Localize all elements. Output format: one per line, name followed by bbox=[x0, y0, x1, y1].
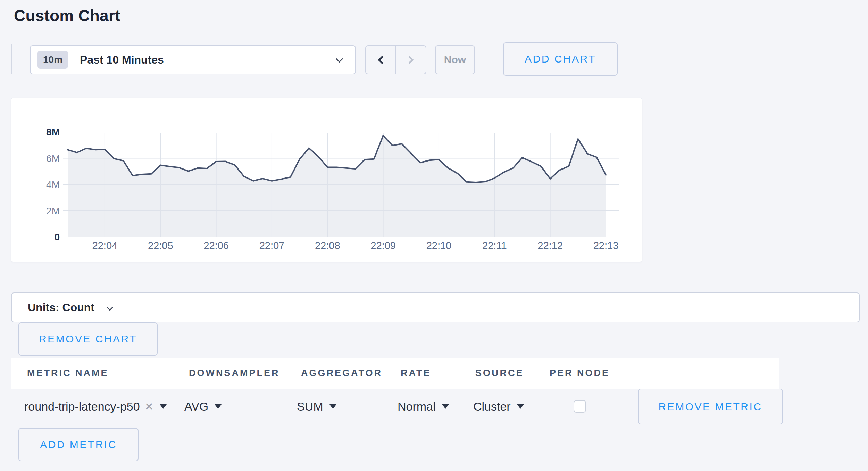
svg-text:22:04: 22:04 bbox=[92, 240, 118, 251]
units-label: Units: Count bbox=[28, 301, 94, 314]
chevron-down-icon bbox=[336, 55, 343, 63]
time-back-button[interactable] bbox=[366, 46, 395, 74]
column-header-metric-name: METRIC NAME bbox=[27, 358, 109, 389]
svg-text:22:11: 22:11 bbox=[482, 240, 507, 251]
time-range-badge: 10m bbox=[37, 51, 68, 69]
svg-text:22:08: 22:08 bbox=[315, 240, 340, 251]
add-metric-button[interactable]: ADD METRIC bbox=[18, 428, 139, 461]
custom-chart-page: Custom Chart 10m Past 10 Minutes Now ADD… bbox=[0, 0, 868, 471]
now-button[interactable]: Now bbox=[435, 45, 475, 74]
chart-card: 02M4M6M8M22:0422:0522:0622:0722:0822:092… bbox=[11, 98, 642, 262]
rate-select[interactable]: Normal bbox=[398, 389, 449, 424]
time-range-dropdown[interactable]: 10m Past 10 Minutes bbox=[30, 45, 356, 74]
per-node-checkbox[interactable] bbox=[574, 400, 586, 413]
svg-text:2M: 2M bbox=[46, 206, 60, 216]
remove-chart-button[interactable]: REMOVE CHART bbox=[18, 322, 158, 356]
chevron-right-icon bbox=[405, 56, 414, 64]
aggregator-select[interactable]: SUM bbox=[297, 389, 336, 424]
toolbar-left-divider bbox=[11, 44, 12, 74]
aggregator-value: SUM bbox=[297, 400, 323, 413]
svg-text:22:05: 22:05 bbox=[148, 240, 173, 251]
page-title: Custom Chart bbox=[14, 6, 120, 25]
metric-name-select[interactable]: round-trip-latency-p50 ✕ bbox=[24, 389, 167, 424]
triangle-down-icon bbox=[517, 404, 524, 409]
chevron-down-icon bbox=[107, 304, 113, 311]
metric-name-value: round-trip-latency-p50 bbox=[24, 400, 140, 413]
svg-text:22:13: 22:13 bbox=[593, 240, 619, 251]
svg-text:22:07: 22:07 bbox=[259, 240, 285, 251]
triangle-down-icon bbox=[442, 404, 449, 409]
units-dropdown[interactable]: Units: Count bbox=[11, 292, 860, 322]
svg-text:8M: 8M bbox=[46, 127, 60, 138]
time-range-label: Past 10 Minutes bbox=[80, 53, 164, 66]
svg-text:6M: 6M bbox=[46, 153, 60, 164]
column-header-per-node: PER NODE bbox=[550, 358, 610, 389]
svg-text:4M: 4M bbox=[46, 179, 60, 190]
rate-value: Normal bbox=[398, 400, 436, 413]
column-header-downsampler: DOWNSAMPLER bbox=[189, 358, 280, 389]
downsampler-select[interactable]: AVG bbox=[184, 389, 222, 424]
time-forward-button[interactable] bbox=[395, 46, 426, 74]
triangle-down-icon bbox=[329, 404, 336, 409]
chevron-left-icon bbox=[378, 56, 386, 64]
source-value: Cluster bbox=[473, 400, 511, 413]
column-header-source: SOURCE bbox=[475, 358, 524, 389]
metrics-table-header: METRIC NAME DOWNSAMPLER AGGREGATOR RATE … bbox=[11, 358, 779, 389]
add-chart-button[interactable]: ADD CHART bbox=[503, 42, 618, 76]
svg-text:22:06: 22:06 bbox=[203, 240, 229, 251]
column-header-rate: RATE bbox=[401, 358, 431, 389]
triangle-down-icon bbox=[160, 404, 167, 409]
source-select[interactable]: Cluster bbox=[473, 389, 524, 424]
downsampler-value: AVG bbox=[184, 400, 208, 413]
svg-text:0: 0 bbox=[54, 232, 60, 242]
svg-text:22:09: 22:09 bbox=[370, 240, 396, 251]
timeseries-area-chart: 02M4M6M8M22:0422:0522:0622:0722:0822:092… bbox=[11, 98, 642, 262]
triangle-down-icon bbox=[215, 404, 222, 409]
svg-text:22:10: 22:10 bbox=[426, 240, 452, 251]
time-step-buttons bbox=[365, 45, 426, 74]
remove-tag-x-icon[interactable]: ✕ bbox=[145, 400, 153, 413]
column-header-aggregator: AGGREGATOR bbox=[301, 358, 382, 389]
svg-text:22:12: 22:12 bbox=[537, 240, 563, 251]
remove-metric-button[interactable]: REMOVE METRIC bbox=[638, 389, 783, 424]
